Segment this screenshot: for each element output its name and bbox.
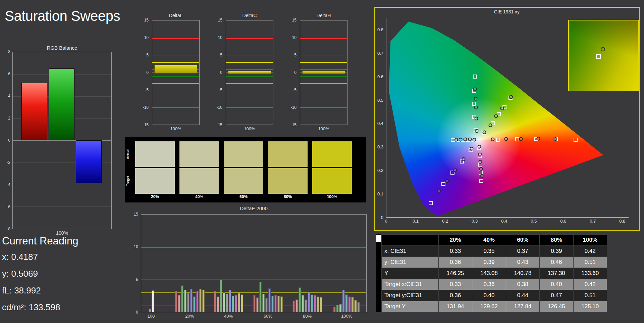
deltae-bar: [232, 296, 234, 312]
measured-point-magenta: [478, 160, 482, 164]
table-row: Y146.25143.08140.78137.30133.60: [382, 268, 607, 279]
target-point-blue: [429, 201, 433, 205]
y-tick-label: -4: [7, 182, 10, 187]
y-tick-label: 0.2: [377, 168, 383, 173]
measured-point-magenta: [480, 174, 483, 178]
deltae-bar: [226, 294, 228, 312]
bar-blue: [76, 140, 101, 183]
table-row-label: x: CIE31: [382, 246, 439, 257]
deltae-bar: [308, 292, 310, 312]
target-point-green: [472, 102, 476, 106]
deltae-bar: [187, 293, 190, 312]
measured-point-magenta: [479, 167, 483, 171]
table-row: y: CIE310.360.390.430.460.51: [382, 257, 607, 268]
table-value-cell: 127.84: [506, 301, 539, 312]
deltae-bar: [345, 294, 347, 312]
y-tick-label: 0.7: [377, 50, 383, 55]
y-tick-label: -10: [291, 105, 297, 110]
swatch-row-label-target: Target: [126, 168, 131, 194]
table-col-header: 80%: [540, 235, 573, 246]
deltae-bar: [268, 288, 271, 312]
target-swatch-40%: [179, 168, 219, 194]
table-header-row: 20%40%60%80%100%: [382, 235, 607, 246]
y-tick-label: -5: [293, 88, 297, 92]
deltae-bar: [305, 299, 307, 312]
rgb-balance-plot: [12, 52, 112, 229]
table-value-cell: 0.40: [472, 290, 506, 301]
y-tick-label: -2: [7, 160, 10, 165]
limit-line: [152, 62, 199, 63]
limit-line: [300, 69, 347, 70]
gridline: [226, 90, 273, 90]
x-group-label: 80%: [303, 314, 312, 319]
deltae-bar: [181, 285, 183, 312]
measured-point-red: [537, 137, 540, 140]
deltae-bar: [229, 290, 231, 312]
current-reading-line: x: 0.4187: [2, 252, 78, 262]
deltae-2000-chart: DeltaE 2000 151050 10020%40%60%80%100%: [127, 205, 368, 320]
deltae-bar: [259, 282, 262, 312]
swatch-row-label-actual: Actual: [126, 141, 131, 167]
cie-1931-title: CIE 1931 xy: [375, 9, 639, 14]
measured-point-green: [474, 117, 478, 121]
cie-values-table: 20%40%60%80%100%x: CIE310.330.350.370.39…: [381, 234, 607, 312]
measured-point-red: [519, 137, 523, 141]
x-tick-label: 0.2: [442, 219, 448, 224]
y-tick-label: 15: [292, 18, 297, 22]
y-tick-label: 0: [146, 70, 149, 75]
table-value-cell: 0.33: [438, 279, 472, 290]
bar-group-100%: [333, 215, 360, 312]
table-value-cell: 0.42: [573, 279, 607, 290]
y-tick-label: -15: [291, 123, 297, 127]
table-value-cell: 0.39: [472, 257, 506, 268]
deltae-bar: [302, 295, 304, 312]
table-value-cell: 0.33: [438, 246, 472, 257]
x-tick-label: 0.7: [590, 219, 596, 224]
deltae-bar: [223, 292, 225, 312]
y-tick-label: 5: [294, 53, 297, 57]
current-reading-line: cd/m²: 133.598: [2, 302, 78, 313]
saturation-swatch-panel: ActualTarget20%40%60%80%100%: [125, 137, 366, 202]
cie-y-axis: 0.80.70.60.50.40.30.20.10: [375, 18, 385, 217]
y-tick-label: -10: [217, 105, 222, 110]
target-point-red: [515, 137, 519, 141]
table-value-cell: 0.43: [506, 257, 539, 268]
measured-point-blue: [437, 189, 441, 193]
deltae-bar: [184, 290, 186, 312]
deltae-bar: [235, 295, 237, 312]
swatch-col-label: 40%: [179, 194, 219, 199]
deltae-bar: [348, 296, 351, 312]
x-tick-label: 0.4: [501, 219, 507, 224]
table-gutter: [376, 234, 381, 312]
table-value-cell: 0.42: [573, 246, 607, 257]
gridline: [152, 90, 199, 90]
y-tick-label: 0.8: [377, 27, 383, 32]
table-row: x: CIE310.330.350.370.390.42: [382, 246, 607, 257]
measured-point-yellow: [509, 95, 513, 99]
deltal-chart: DeltaL151050-5-10-15100%: [140, 11, 202, 136]
table-value-cell: 125.10: [573, 301, 607, 312]
table-corner-cell: [382, 235, 439, 246]
y-tick-label: -6: [7, 204, 10, 209]
deltal-y-axis: 151050-5-10-15: [140, 20, 150, 125]
measured-point-cyan: [464, 137, 467, 141]
target-point-blue: [441, 182, 445, 186]
deltac-y-axis: 151050-5-10-15: [214, 20, 224, 125]
deltal-bar: [154, 65, 198, 74]
deltae-bar: [238, 293, 240, 312]
deltae-bar: [199, 289, 202, 312]
deltae-bar: [299, 287, 301, 312]
actual-swatch-100%: [312, 141, 352, 167]
measured-point-cyan: [473, 138, 476, 141]
target-point-red: [574, 138, 578, 142]
limit-line: [226, 76, 273, 77]
deltae-bar: [314, 295, 316, 312]
y-tick-label: 15: [144, 18, 149, 22]
swatch-col-label: 20%: [135, 194, 175, 199]
measurement-table: 20%40%60%80%100%x: CIE310.330.350.370.39…: [376, 234, 607, 312]
rgb-balance-chart: RGB Balance 86420-2-4-6-8 100%: [3, 44, 118, 238]
measured-point-green: [474, 97, 477, 101]
y-tick-label: 0.4: [377, 121, 383, 126]
gridline: [13, 185, 111, 185]
y-tick-label: 0: [136, 310, 138, 315]
